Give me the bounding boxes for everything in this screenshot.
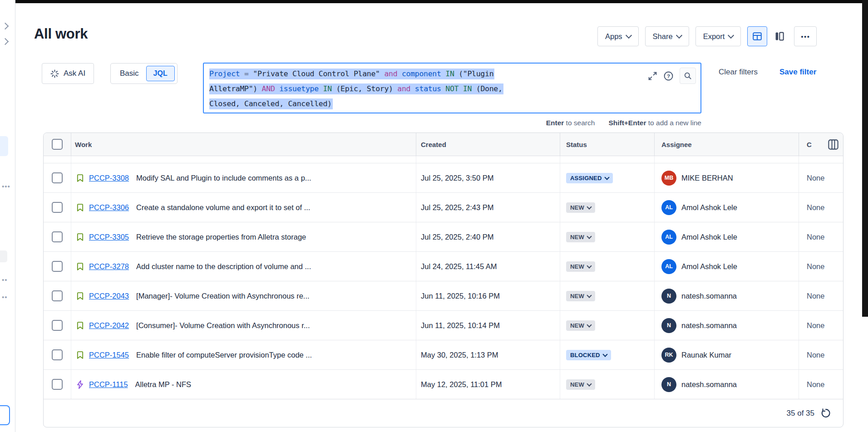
hint-shift-enter: Shift+Enter to add a new line	[608, 119, 701, 127]
row-checkbox[interactable]	[52, 261, 63, 272]
jql-input[interactable]: Project = "Private Cloud Control Plane" …	[209, 66, 641, 111]
story-icon	[75, 291, 85, 301]
mode-jql-tab[interactable]: JQL	[146, 66, 175, 81]
refresh-button[interactable]	[821, 408, 831, 418]
status-badge[interactable]: NEW	[566, 261, 595, 272]
status-badge[interactable]: NEW	[566, 232, 595, 242]
table-row[interactable]: PCCP-1115 Alletra MP - NFS May 12, 2025,…	[44, 369, 843, 399]
syntax-help-button[interactable]: ?	[663, 71, 674, 81]
ask-ai-button[interactable]: Ask AI	[42, 63, 94, 84]
row-checkbox[interactable]	[52, 290, 63, 301]
query-mode-switcher: Basic JQL	[110, 63, 178, 84]
table-row[interactable]: PCCP-2042 [Consumer]- Volume Creation wi…	[44, 310, 843, 340]
row-checkbox[interactable]	[52, 349, 63, 360]
view-toggle	[747, 26, 788, 46]
ellipsis-icon: •••	[2, 182, 10, 190]
apps-button[interactable]: Apps	[597, 26, 639, 46]
mode-basic-tab[interactable]: Basic	[111, 69, 146, 78]
drag-handle-icon: ••	[2, 276, 8, 284]
status-badge[interactable]: NEW	[566, 379, 595, 390]
chevron-down-icon	[587, 381, 592, 386]
detail-view-button[interactable]	[771, 26, 788, 46]
chevron-down-icon	[626, 32, 632, 39]
created-cell: May 12, 2025, 11:01 PM	[416, 370, 560, 399]
table-body: PCCP-3308 Modify SAL and Plugin to inclu…	[44, 163, 843, 399]
status-badge[interactable]: NEW	[566, 291, 595, 301]
manage-columns-button[interactable]	[824, 137, 839, 152]
table-row[interactable]: PCCP-3305 Retrieve the storage propertie…	[44, 222, 843, 251]
expand-button[interactable]	[648, 71, 657, 81]
issue-key-link[interactable]: PCCP-2043	[89, 292, 129, 300]
created-cell: Jul 24, 2025, 11:45 AM	[416, 252, 560, 281]
assignee-name: Amol Ashok Lele	[681, 233, 737, 241]
table-row[interactable]: PCCP-3308 Modify SAL and Plugin to inclu…	[44, 163, 843, 192]
chevron-down-icon	[728, 32, 734, 39]
story-icon	[75, 261, 85, 271]
work-items-table: Work Created Status Assignee C PCCP-3308	[43, 133, 843, 427]
table-row[interactable]: PCCP-3306 Create a standalone volume and…	[44, 192, 843, 222]
sidebar-item[interactable]	[0, 250, 7, 262]
more-actions-button[interactable]: •••	[794, 26, 817, 46]
column-header-work[interactable]: Work	[71, 133, 416, 156]
row-checkbox[interactable]	[52, 231, 63, 242]
sidebar-selected-item[interactable]	[0, 136, 8, 156]
chevron-right-icon[interactable]	[2, 23, 9, 30]
story-icon	[75, 350, 85, 360]
category-cell: None	[799, 193, 843, 222]
column-header-assignee[interactable]: Assignee	[654, 133, 799, 156]
row-checkbox[interactable]	[52, 202, 63, 213]
avatar: MB	[661, 171, 676, 186]
status-badge[interactable]: NEW	[566, 202, 595, 213]
issue-key-link[interactable]: PCCP-3308	[89, 174, 129, 182]
issue-key-link[interactable]: PCCP-1115	[89, 380, 128, 389]
search-icon	[684, 72, 692, 80]
search-button[interactable]	[680, 68, 696, 84]
save-filter-button[interactable]: Save filter	[779, 68, 816, 77]
select-all-checkbox[interactable]	[52, 139, 63, 150]
issue-summary: Create a standalone volume and export it…	[136, 203, 310, 212]
clear-filters-button[interactable]: Clear filters	[719, 68, 758, 77]
story-icon	[75, 232, 85, 242]
chevron-down-icon	[602, 352, 607, 357]
avatar: RK	[661, 348, 676, 363]
column-header-created[interactable]: Created	[416, 133, 560, 156]
story-icon	[75, 202, 85, 212]
column-header-truncated[interactable]: C	[799, 133, 843, 156]
list-view-button[interactable]	[747, 26, 767, 46]
created-cell: Jun 11, 2025, 10:16 PM	[416, 281, 560, 310]
row-checkbox[interactable]	[52, 320, 63, 331]
chevron-right-icon[interactable]	[2, 38, 9, 45]
sidebar-bottom-item[interactable]	[0, 405, 10, 425]
svg-text:?: ?	[667, 73, 670, 79]
issue-key-link[interactable]: PCCP-2042	[89, 321, 129, 330]
category-cell: None	[799, 311, 843, 340]
column-header-status[interactable]: Status	[560, 133, 654, 156]
chevron-down-icon	[587, 322, 592, 327]
window-top-edge	[14, 0, 868, 3]
issue-key-link[interactable]: PCCP-3305	[89, 233, 129, 241]
epic-icon	[75, 379, 85, 389]
status-badge[interactable]: NEW	[566, 320, 595, 331]
drag-handle-icon: ••	[2, 293, 8, 301]
issue-summary: [Manager]- Volume Creation with Asynchro…	[136, 292, 310, 300]
issue-key-link[interactable]: PCCP-3306	[89, 203, 129, 212]
table-footer: 35 of 35	[44, 399, 843, 427]
created-cell: May 30, 2025, 1:13 PM	[416, 340, 560, 369]
share-button[interactable]: Share	[645, 26, 689, 46]
table-row[interactable]: PCCP-3278 Add cluster name to the descri…	[44, 251, 843, 281]
status-badge[interactable]: BLOCKED	[566, 350, 611, 360]
scrolled-row-sliver	[44, 156, 843, 163]
created-cell: Jul 25, 2025, 2:43 PM	[416, 193, 560, 222]
row-checkbox[interactable]	[52, 379, 63, 390]
issue-key-link[interactable]: PCCP-1545	[89, 351, 129, 359]
table-row[interactable]: PCCP-1545 Enable filter of computeServer…	[44, 340, 843, 369]
created-cell: Jul 25, 2025, 2:40 PM	[416, 222, 560, 251]
hint-enter: Enter to search	[546, 119, 595, 127]
row-checkbox[interactable]	[52, 172, 63, 183]
status-badge[interactable]: ASSIGNED	[566, 173, 613, 183]
export-button[interactable]: Export	[695, 26, 741, 46]
table-row[interactable]: PCCP-2043 [Manager]- Volume Creation wit…	[44, 281, 843, 310]
avatar: N	[661, 318, 676, 333]
issue-key-link[interactable]: PCCP-3278	[89, 262, 129, 271]
assignee-name: Amol Ashok Lele	[681, 262, 737, 271]
